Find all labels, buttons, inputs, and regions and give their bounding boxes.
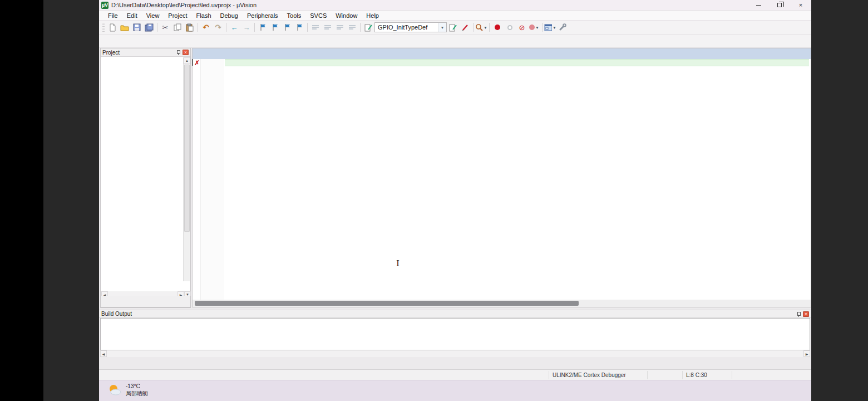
editor-tab-bar — [193, 48, 811, 59]
symbol-combobox[interactable]: GPIO_InitTypeDef▼ — [374, 22, 447, 32]
editor-area: ✗ — [192, 48, 811, 307]
build-output-content[interactable] — [100, 318, 810, 350]
line-number-gutter — [201, 59, 224, 300]
breakpoint-insert-icon[interactable] — [491, 22, 504, 33]
window-titlebar: µV D:\UserData\Desktop\led\Project\led.u… — [99, 0, 811, 11]
toolbar-separator — [226, 23, 226, 32]
close-panel-icon[interactable]: x — [183, 50, 189, 55]
menu-view[interactable]: View — [142, 11, 164, 20]
symbol-combobox-value: GPIO_InitTypeDef — [378, 24, 427, 31]
toolbar-separator — [489, 23, 490, 32]
project-panel-title: Project — [102, 50, 120, 56]
chevron-down-icon[interactable]: ▼ — [438, 23, 446, 32]
toolbar-grip — [102, 23, 105, 32]
pin-icon[interactable] — [175, 50, 181, 55]
debug-windows-icon[interactable]: ▼ — [544, 22, 556, 33]
bookmark-next-icon[interactable] — [281, 22, 293, 33]
bookmark-clear-icon[interactable] — [293, 22, 305, 33]
toolbar-separator — [157, 23, 157, 32]
fold-gutter — [224, 59, 230, 300]
menu-flash[interactable]: Flash — [192, 11, 216, 20]
letterbox-left-gray — [43, 0, 99, 401]
scroll-right-icon[interactable]: ▶ — [803, 350, 810, 357]
minimize-button[interactable] — [748, 0, 769, 10]
build-output-tabs — [99, 357, 811, 369]
pin-icon[interactable] — [796, 311, 801, 317]
cut-icon[interactable]: ✂ — [159, 22, 171, 33]
desktop-screen: µV D:\UserData\Desktop\led\Project\led.u… — [99, 0, 811, 401]
redo-icon[interactable]: ↷ — [212, 22, 224, 33]
save-icon[interactable] — [131, 22, 143, 33]
find-in-files-icon[interactable]: ▼ — [475, 22, 487, 33]
browse-info-icon[interactable] — [447, 22, 459, 33]
weather-icon — [107, 383, 122, 397]
new-file-icon[interactable] — [106, 22, 119, 33]
menu-window[interactable]: Window — [331, 11, 362, 20]
nav-back-icon[interactable]: ← — [228, 22, 240, 33]
uncomment-icon[interactable] — [346, 22, 358, 33]
toolbar-separator — [542, 23, 542, 32]
function-editor-icon[interactable] — [362, 22, 374, 33]
letterbox-stage: µV D:\UserData\Desktop\led\Project\led.u… — [0, 0, 868, 401]
scroll-left-icon[interactable]: ◀ — [100, 350, 107, 357]
toolbar-separator — [307, 23, 308, 32]
breakpoint-kill-icon[interactable]: ⊘ — [516, 22, 528, 33]
menu-project[interactable]: Project — [164, 11, 191, 20]
toolbar-separator — [360, 23, 361, 32]
close-button[interactable]: × — [790, 0, 811, 10]
build-output-hscrollbar[interactable]: ◀ ▶ — [100, 350, 810, 357]
toolbar-separator — [473, 23, 474, 32]
project-tree — [101, 57, 183, 281]
editor-hscrollbar[interactable] — [193, 300, 811, 307]
editor-hscroll-thumb[interactable] — [195, 301, 579, 306]
code-editor[interactable]: ✗ — [193, 59, 811, 300]
paste-icon[interactable] — [184, 22, 196, 33]
unindent-icon[interactable] — [309, 22, 322, 33]
scroll-up-icon[interactable]: ▲ — [184, 57, 190, 64]
breakpoint-disable-icon[interactable]: ▼ — [528, 22, 540, 33]
weather-widget[interactable]: -13°C 局部晴朗 — [107, 383, 148, 397]
annotate-icon[interactable] — [459, 22, 471, 33]
open-file-icon[interactable] — [119, 22, 131, 33]
nav-forward-icon[interactable]: → — [240, 22, 253, 33]
breakpoint-enable-icon[interactable] — [504, 22, 516, 33]
bookmark-prev-icon[interactable] — [269, 22, 281, 33]
menu-debug[interactable]: Debug — [216, 11, 243, 20]
debugger-status: ULINK2/ME Cortex Debugger — [549, 371, 648, 379]
weather-temp: -13°C — [126, 383, 148, 390]
menu-svcs[interactable]: SVCS — [305, 11, 331, 20]
toolbar-file: ✂↶↷←→GPIO_InitTypeDef▼▼⊘▼▼ — [99, 21, 811, 35]
menu-peripherals[interactable]: Peripherals — [243, 11, 283, 20]
menu-tools[interactable]: Tools — [283, 11, 306, 20]
editor-margin: ✗ — [193, 59, 201, 300]
tree-vscroll-thumb[interactable] — [184, 65, 190, 232]
bookmark-toggle-icon[interactable] — [257, 22, 269, 33]
undo-icon[interactable]: ↶ — [200, 22, 212, 33]
copy-icon[interactable] — [171, 22, 184, 33]
build-output-panel: Build Output x ◀ ▶ — [99, 308, 811, 369]
workspace: Project x ▲ ◀ ▶ ▼ — [99, 47, 811, 308]
ibeam-cursor: I — [396, 258, 400, 268]
menu-edit[interactable]: Edit — [122, 11, 142, 20]
error-marker-icon: ✗ — [194, 59, 200, 67]
save-all-icon[interactable] — [143, 22, 155, 33]
uvision-app-icon: µV — [101, 2, 108, 9]
comment-icon[interactable] — [334, 22, 346, 33]
menu-help[interactable]: Help — [362, 11, 383, 20]
project-panel-tabs — [100, 296, 191, 307]
configure-icon[interactable] — [556, 22, 569, 33]
tree-vscrollbar[interactable]: ▲ — [183, 57, 190, 281]
text-caret — [193, 59, 193, 66]
window-title: D:\UserData\Desktop\led\Project\led.uvpr… — [111, 2, 257, 8]
weather-desc: 局部晴朗 — [126, 390, 148, 397]
close-panel-icon[interactable]: x — [803, 311, 809, 317]
restore-button[interactable] — [769, 0, 790, 10]
toolbar-separator — [198, 23, 198, 32]
toolbar-separator — [254, 23, 255, 32]
letterbox-left — [0, 0, 43, 401]
build-output-title: Build Output — [101, 311, 132, 317]
build-output-header: Build Output x — [99, 310, 811, 318]
menu-file[interactable]: File — [103, 11, 122, 20]
code-lines — [230, 59, 811, 300]
indent-icon[interactable] — [322, 22, 334, 33]
